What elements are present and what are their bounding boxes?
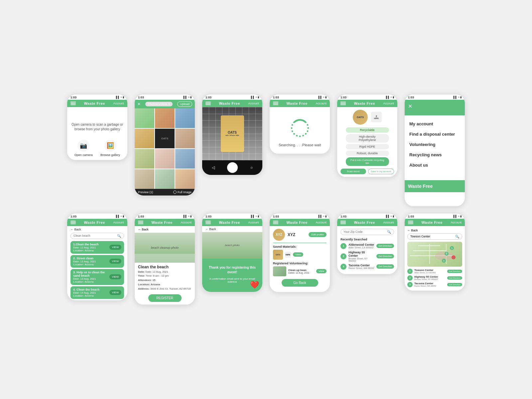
account-link-6[interactable]: Account xyxy=(113,221,124,224)
burger-menu-4[interactable] xyxy=(273,102,278,105)
gallery-cell[interactable] xyxy=(155,169,175,189)
menu-item-volunteering[interactable]: Volunteering xyxy=(409,139,460,150)
vol-view-btn-1[interactable]: VIEW xyxy=(109,245,121,250)
burger-menu-7[interactable] xyxy=(138,221,143,224)
gallery-cell[interactable] xyxy=(175,149,195,169)
phone-home: 1:03 ▌▌ ≈ ▮ Waste Free Account Open came… xyxy=(66,94,128,161)
time-12: 1:03 xyxy=(408,215,414,218)
gallery-cell[interactable] xyxy=(155,149,175,169)
gallery-cell[interactable] xyxy=(135,149,154,169)
vol-view-btn-3[interactable]: VIEW xyxy=(109,274,121,279)
header-12: Waste Free Account xyxy=(405,219,465,226)
upload-button[interactable]: Upload xyxy=(177,101,192,107)
header-9: Waste Free Account xyxy=(270,219,330,226)
menu-close-button[interactable]: ✕ xyxy=(408,103,462,109)
disposal-name-3: Tacoma Center xyxy=(348,264,374,267)
vol-reg-view-button[interactable]: View xyxy=(316,269,327,273)
account-link-10[interactable]: Account xyxy=(383,221,394,224)
gallery-close-btn[interactable]: ✕ xyxy=(137,102,141,106)
burger-menu-8[interactable] xyxy=(205,221,211,224)
burger-menu-9[interactable] xyxy=(273,221,278,224)
zip-search-icon[interactable]: 🔍 xyxy=(387,230,391,234)
scan-more-button[interactable]: Scan more xyxy=(340,169,366,174)
map-search-icon[interactable]: 🔍 xyxy=(455,235,459,238)
saved-view-button[interactable]: View xyxy=(293,252,303,257)
status-icons-7: ▌▌ ≈ ▮ xyxy=(184,215,192,218)
back-button-7[interactable]: ← Back xyxy=(135,226,195,233)
gallery-cell[interactable] xyxy=(155,108,175,128)
map-dir-btn-1[interactable]: Get Direction xyxy=(447,270,462,273)
map-search-input[interactable] xyxy=(410,235,455,238)
search-input-6[interactable] xyxy=(73,234,117,237)
gallery-label: Browse gallery xyxy=(100,153,120,157)
app-title-7: Waste Free xyxy=(152,220,173,224)
account-link-1[interactable]: Account xyxy=(113,102,124,105)
disposal-addr-2: Browes Street, NY 980002 xyxy=(348,257,374,262)
status-bar-10: 1:03 ▌▌ ≈ ▮ xyxy=(337,213,397,219)
gallery-cell[interactable] xyxy=(135,108,154,128)
search-icon-6[interactable]: 🔍 xyxy=(117,234,121,238)
gallery-cell[interactable] xyxy=(175,169,195,189)
menu-item-myaccount[interactable]: My account xyxy=(409,119,460,129)
back-button-8[interactable]: ← Back xyxy=(202,226,262,232)
disposal-info-3: Tacoma Center Rainer Street, WA 98002 xyxy=(348,264,374,269)
back-button-6[interactable]: ← Back xyxy=(67,226,127,233)
direction-btn-2[interactable]: Get Direction xyxy=(376,254,394,258)
go-back-button[interactable]: Go Back xyxy=(282,279,318,287)
zip-code-input[interactable] xyxy=(343,230,387,233)
gallery-cell[interactable] xyxy=(135,169,154,189)
gallery-cell[interactable] xyxy=(135,129,154,148)
burger-menu-5[interactable] xyxy=(340,102,346,105)
vol-view-btn-4[interactable]: VIEW xyxy=(109,290,121,295)
account-link-4[interactable]: Account xyxy=(316,102,327,105)
status-bar-6: 1:03 ▌▌ ≈ ▮ xyxy=(67,213,127,219)
direction-btn-1[interactable]: Get Direction xyxy=(376,244,394,248)
map-dir-btn-2[interactable]: Get Direction xyxy=(447,276,462,280)
map-num-3: 3 xyxy=(407,282,413,287)
burger-menu-6[interactable] xyxy=(70,221,76,224)
vol-view-btn-2[interactable]: VIEW xyxy=(109,259,121,264)
account-link-12[interactable]: Account xyxy=(451,221,462,224)
reg-confirm-content: ← Back beach photo Thank you for registe… xyxy=(202,226,262,292)
vol-item-4: 4. Clean the beach Date: 14 Aug, 2021 Lo… xyxy=(70,286,124,299)
capture-button[interactable] xyxy=(227,162,238,173)
gallery-cell[interactable] xyxy=(175,108,195,128)
edit-profile-button[interactable]: Edit profile xyxy=(309,232,327,237)
home-nav-icon[interactable]: ○ xyxy=(250,165,253,170)
register-button[interactable]: REGISTER xyxy=(148,294,182,302)
menu-item-about[interactable]: About us xyxy=(409,160,460,170)
status-icons-12: ▌▌ ≈ ▮ xyxy=(454,215,462,218)
account-link-5[interactable]: Account xyxy=(383,102,394,105)
browse-gallery-btn[interactable]: 🖼️ Browse gallery xyxy=(100,140,120,157)
photos-videos-selector[interactable]: Photos/Videos ▾ xyxy=(145,102,173,106)
account-link-8[interactable]: Account xyxy=(248,221,259,224)
radio-button[interactable] xyxy=(173,191,177,194)
vol-reg-image xyxy=(273,266,286,276)
burger-menu-10[interactable] xyxy=(340,221,346,224)
back-nav-icon[interactable]: ◁ xyxy=(212,165,215,170)
account-link-9[interactable]: Account xyxy=(316,221,327,224)
map-pin-2: 2 xyxy=(445,252,449,256)
menu-item-recycling[interactable]: Recycling news xyxy=(409,150,460,160)
open-camera-btn[interactable]: 📷 Open camera xyxy=(74,140,93,157)
burger-menu-3[interactable] xyxy=(205,102,211,105)
full-image-radio[interactable]: Full Image xyxy=(173,191,192,194)
burger-menu-1[interactable] xyxy=(70,102,76,105)
account-link-3[interactable]: Account xyxy=(248,102,259,105)
gallery-cell[interactable]: OATS xyxy=(155,129,175,148)
map-dir-btn-3[interactable]: Get Direction xyxy=(447,283,462,286)
status-bar-2: 1:03 ▌▌ ≈ ▮ xyxy=(135,94,195,100)
save-account-button[interactable]: Save to my account xyxy=(368,169,394,174)
menu-item-disposal[interactable]: Find a disposal center xyxy=(409,129,460,139)
status-bar-7: 1:03 ▌▌ ≈ ▮ xyxy=(135,213,195,219)
back-button-12[interactable]: ← Back xyxy=(407,228,462,233)
gallery-cell[interactable] xyxy=(175,129,195,148)
direction-btn-3[interactable]: Get Direction xyxy=(376,264,394,269)
account-link-7[interactable]: Account xyxy=(181,221,192,224)
status-bar-1: 1:03 ▌▌ ≈ ▮ xyxy=(67,94,127,100)
recyclable-tag: Recyclable xyxy=(346,127,389,133)
map-center-name-1: Towson Center xyxy=(414,269,446,272)
disposal-info-2: Highway 55 Center Browes Street, NY 9800… xyxy=(348,251,374,262)
vol-location-1: Location: Arizana xyxy=(73,249,99,252)
burger-menu-12[interactable] xyxy=(408,221,413,224)
